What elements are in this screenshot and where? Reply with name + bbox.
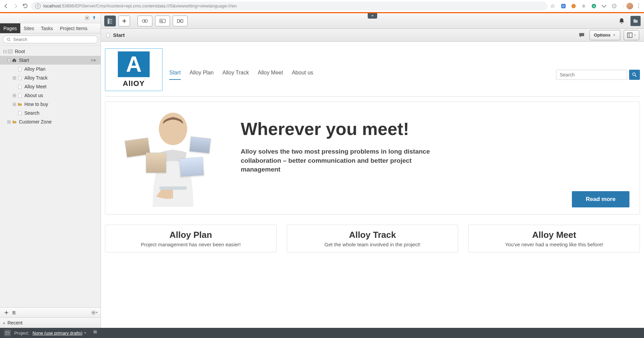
promo-card-plan[interactable]: Alloy Plan Project management has never … xyxy=(105,225,277,252)
list-button[interactable] xyxy=(10,309,18,316)
panel-settings-icon[interactable] xyxy=(84,15,90,21)
hero-image xyxy=(115,109,231,207)
info-icon: i xyxy=(35,3,41,9)
tree-item[interactable]: Alloy Track xyxy=(0,73,101,82)
svg-point-2 xyxy=(571,4,576,8)
reload-button[interactable] xyxy=(22,3,28,9)
compare-button[interactable] xyxy=(155,16,170,26)
tree-bottom-toolbar: ▾ xyxy=(0,308,101,318)
ext-icon-2[interactable] xyxy=(571,3,577,9)
url-text: localhost:53696/EPiServer/Cms/#context=e… xyxy=(43,3,237,8)
tab-pages[interactable]: Pages xyxy=(0,23,20,33)
svg-point-7 xyxy=(86,17,88,19)
forward-button[interactable] xyxy=(12,3,19,9)
promo-card-track[interactable]: Alloy Track Get the whole team involved … xyxy=(287,225,458,252)
svg-text:U: U xyxy=(562,4,564,8)
tree-item[interactable]: Search xyxy=(0,109,101,117)
tree-item[interactable]: About us xyxy=(0,91,101,100)
svg-point-18 xyxy=(144,20,146,22)
preview-button[interactable] xyxy=(137,16,152,26)
browser-toolbar: i localhost:53696/EPiServer/Cms/#context… xyxy=(0,0,644,12)
svg-text:G: G xyxy=(593,5,595,8)
tab-sites[interactable]: Sites xyxy=(20,23,38,33)
recent-bar[interactable]: ▸ Recent xyxy=(0,318,101,328)
back-button[interactable] xyxy=(3,3,9,9)
tree-context-menu-icon[interactable]: ≡▾ xyxy=(91,58,98,63)
nav-meet[interactable]: Alloy Meet xyxy=(258,70,283,80)
bookmark-star-icon[interactable]: ☆ xyxy=(550,3,555,9)
nav-start[interactable]: Start xyxy=(169,70,181,80)
preview-frame: A AlIOY Start Alloy Plan Alloy Track All… xyxy=(101,42,644,328)
nav-about[interactable]: About us xyxy=(292,70,313,80)
nav-track[interactable]: Alloy Track xyxy=(222,70,249,80)
svg-rect-10 xyxy=(8,50,12,53)
top-flap-toggle[interactable] xyxy=(368,13,377,19)
add-block-button[interactable] xyxy=(173,16,188,26)
svg-rect-23 xyxy=(627,33,632,38)
tab-tasks[interactable]: Tasks xyxy=(38,23,57,33)
extension-icons: U G xyxy=(558,3,620,9)
read-more-button[interactable]: Read more xyxy=(572,191,629,207)
options-button[interactable]: Options xyxy=(589,30,620,40)
comments-icon[interactable] xyxy=(577,31,586,40)
breadcrumb-title: Start xyxy=(113,32,125,38)
assets-panel-toggle[interactable] xyxy=(630,16,641,26)
svg-point-24 xyxy=(632,73,635,75)
hero-block[interactable]: Wherever you meet! Alloy solves the two … xyxy=(105,102,640,215)
notifications-icon[interactable] xyxy=(618,18,625,24)
svg-rect-21 xyxy=(177,19,179,22)
tree-root[interactable]: Root xyxy=(0,47,101,56)
hero-title: Wherever you meet! xyxy=(241,119,629,139)
svg-rect-26 xyxy=(159,186,187,190)
view-mode-button[interactable] xyxy=(624,30,639,40)
page-icon xyxy=(106,33,110,38)
navigation-panel: Pages Sites Tasks Project Items Root xyxy=(0,13,101,328)
tree-search-input[interactable] xyxy=(13,37,94,42)
tree-start[interactable]: Start ≡▾ xyxy=(0,56,101,65)
breadcrumb-bar: Start Options xyxy=(101,29,644,42)
hero-card-2 xyxy=(146,153,166,173)
promo-cards-row: Alloy Plan Project management has never … xyxy=(105,225,640,252)
tree-root-label: Root xyxy=(15,49,25,54)
tree-settings-button[interactable]: ▾ xyxy=(90,309,98,316)
tree-customer-zone[interactable]: Customer Zone xyxy=(0,117,101,126)
site-header: A AlIOY Start Alloy Plan Alloy Track All… xyxy=(105,48,640,96)
promo-card-meet[interactable]: Alloy Meet You've never had a meeting li… xyxy=(468,225,640,252)
new-content-button[interactable] xyxy=(119,16,130,26)
tree-item[interactable]: Alloy Meet xyxy=(0,82,101,91)
panel-tabs: Pages Sites Tasks Project Items xyxy=(0,23,101,33)
nav-plan[interactable]: Alloy Plan xyxy=(190,70,214,80)
main-content-area: Start Options A xyxy=(101,13,644,328)
svg-point-16 xyxy=(92,312,94,313)
toggle-tree-button[interactable] xyxy=(104,16,116,26)
site-search xyxy=(556,60,640,80)
site-search-button[interactable] xyxy=(629,70,640,80)
tree-item[interactable]: How to buy xyxy=(0,100,101,109)
tab-project-items[interactable]: Project Items xyxy=(57,23,91,33)
add-page-button[interactable] xyxy=(3,309,10,316)
page-tree: Root Start ≡▾ Alloy Plan Alloy Track xyxy=(0,46,101,307)
site-logo[interactable]: A AlIOY xyxy=(105,48,163,91)
ext-icon-6[interactable] xyxy=(611,3,617,9)
tree-search-box[interactable] xyxy=(3,36,98,43)
ext-icon-1[interactable]: U xyxy=(560,3,566,9)
profile-avatar[interactable] xyxy=(626,3,633,9)
pin-panel-icon[interactable] xyxy=(92,15,98,21)
hero-card-4 xyxy=(179,157,204,177)
search-icon xyxy=(6,37,11,42)
tree-start-label: Start xyxy=(19,58,29,63)
hero-subtitle: Alloy solves the two most pressing probl… xyxy=(241,147,444,174)
site-nav: Start Alloy Plan Alloy Track Alloy Meet … xyxy=(169,60,549,80)
ext-icon-5[interactable] xyxy=(601,3,607,9)
svg-point-6 xyxy=(614,5,615,6)
address-bar[interactable]: i localhost:53696/EPiServer/Cms/#context… xyxy=(31,2,548,10)
svg-rect-22 xyxy=(181,19,183,22)
ext-icon-4[interactable]: G xyxy=(591,3,597,9)
svg-point-8 xyxy=(7,38,9,40)
tree-item[interactable]: Alloy Plan xyxy=(0,65,101,73)
menu-dots-icon[interactable]: ⋮ xyxy=(636,3,641,9)
site-search-input[interactable] xyxy=(556,70,627,80)
ext-icon-3[interactable] xyxy=(581,3,587,9)
chevron-right-icon: ▸ xyxy=(3,321,5,325)
hero-card-3 xyxy=(189,136,211,154)
